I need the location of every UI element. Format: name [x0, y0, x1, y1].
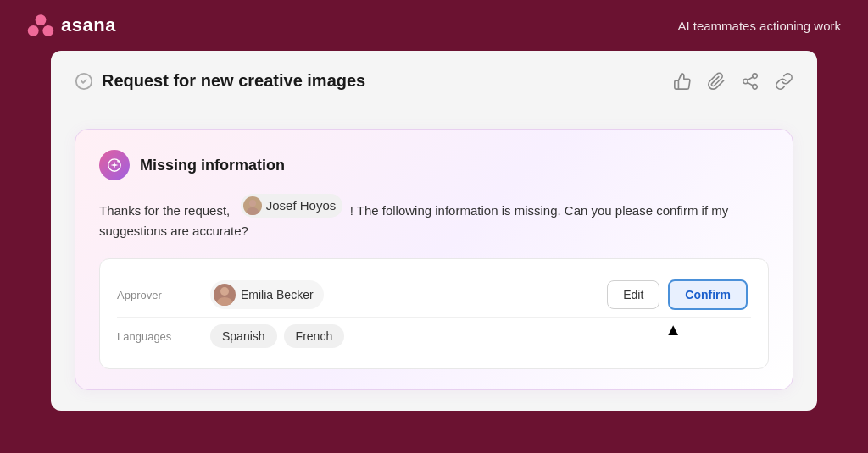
task-check-icon [75, 72, 93, 91]
fields-card: Approver Emilia Becker Edit [99, 258, 769, 369]
edit-button[interactable]: Edit [607, 280, 659, 309]
attachment-icon[interactable] [707, 72, 726, 91]
svg-point-10 [117, 160, 120, 163]
language-values: Spanish French [210, 324, 751, 348]
svg-point-11 [249, 200, 256, 207]
asana-logo-icon [27, 12, 54, 39]
user-avatar [243, 196, 262, 215]
approver-label: Approver [117, 289, 193, 301]
message-before: Thanks for the request, [99, 203, 230, 218]
approver-name: Emilia Becker [241, 288, 314, 301]
confirm-button[interactable]: Confirm [668, 279, 748, 310]
ai-card-header: Missing information [99, 150, 769, 180]
task-title: Request for new creative images [102, 71, 365, 91]
ai-avatar-icon [106, 157, 123, 174]
approver-chip: Emilia Becker [210, 280, 324, 309]
user-name: Josef Hoyos [266, 196, 337, 216]
ai-card-body: Thanks for the request, Josef Hoyos ! Th… [99, 194, 769, 241]
task-title-area: Request for new creative images [75, 71, 365, 91]
action-buttons: Edit Confirm ▲ [607, 279, 751, 310]
svg-point-0 [36, 14, 47, 25]
user-mention: Josef Hoyos [241, 194, 343, 218]
header: asana AI teammates actioning work [0, 0, 868, 51]
task-actions [673, 72, 793, 91]
svg-line-7 [748, 82, 753, 86]
branch-icon[interactable] [741, 72, 760, 91]
user-avatar-icon [243, 196, 262, 215]
approver-avatar [214, 284, 236, 306]
confirm-button-wrapper: Confirm ▲ [668, 279, 748, 310]
svg-point-2 [42, 25, 53, 36]
approver-avatar-icon [214, 284, 236, 306]
logo-area: asana [27, 12, 116, 39]
languages-row: Languages Spanish French [117, 317, 751, 355]
svg-point-14 [217, 297, 232, 306]
thumbs-up-icon[interactable] [673, 72, 692, 91]
approver-row: Approver Emilia Becker Edit [117, 273, 751, 317]
svg-point-13 [220, 287, 229, 296]
languages-label: Languages [117, 330, 193, 343]
language-chip-french: French [284, 324, 345, 348]
main-content: Request for new creative images [51, 51, 817, 411]
task-header: Request for new creative images [75, 71, 793, 108]
header-tagline: AI teammates actioning work [677, 19, 841, 33]
language-chip-spanish: Spanish [210, 324, 277, 348]
svg-point-12 [247, 207, 259, 215]
ai-card: Missing information Thanks for the reque… [75, 129, 793, 390]
sparkle-icon [107, 157, 122, 173]
svg-point-1 [28, 25, 39, 36]
ai-avatar [99, 150, 130, 180]
ai-card-title: Missing information [140, 157, 285, 174]
approver-values: Emilia Becker [210, 280, 590, 309]
link-icon[interactable] [775, 72, 793, 91]
svg-line-8 [748, 76, 753, 80]
logo-text: asana [61, 14, 116, 36]
